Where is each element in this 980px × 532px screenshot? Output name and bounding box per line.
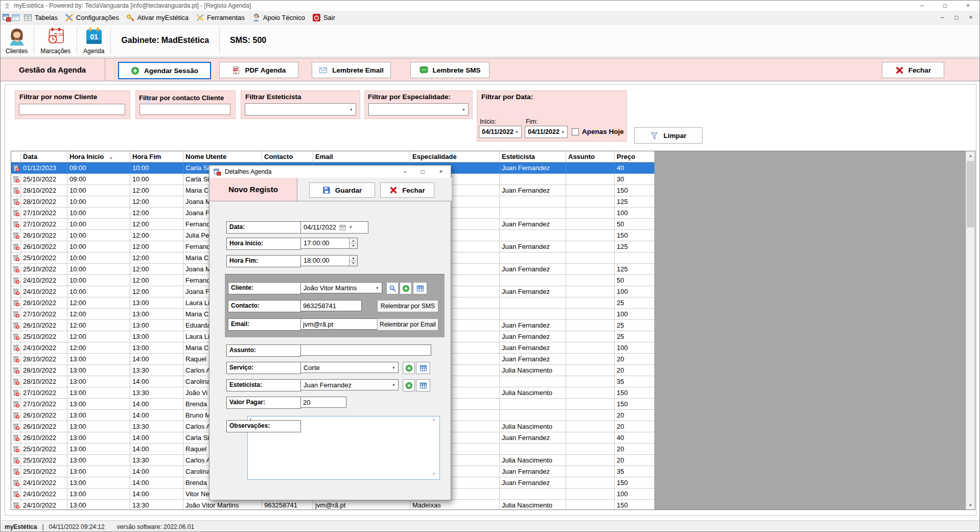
dialog-titlebar[interactable]: Detalhes Agenda – □ × [209,166,451,178]
vertical-scrollbar[interactable]: ▲ ▼ [966,151,975,510]
delete-row-icon[interactable] [11,421,21,432]
menu-item-2[interactable]: Configurações [61,12,123,24]
relembrar-email-button[interactable]: Relembrar por Email [377,318,438,331]
column-header-del[interactable] [11,151,21,163]
delete-row-icon[interactable] [11,489,21,500]
spin-down-icon[interactable]: ▼ [349,261,357,266]
cliente-combo[interactable]: João Vitor Martins ▼ [300,282,382,293]
filter-contacto-input[interactable] [139,104,230,115]
minimize-icon[interactable]: – [911,1,934,11]
delete-row-icon[interactable] [11,252,21,264]
delete-row-icon[interactable] [11,477,21,489]
delete-row-icon[interactable] [11,297,21,309]
delete-row-icon[interactable] [11,264,21,275]
dialog-close-icon[interactable]: × [433,167,449,177]
spin-up-icon[interactable]: ▲ [349,238,357,244]
mdi-close-icon[interactable]: × [964,12,977,23]
hora-fim-spinner[interactable]: 18:00:00 ▲▼ [300,255,358,266]
filter-nome-input[interactable] [19,104,125,115]
delete-row-icon[interactable] [11,444,21,455]
column-header-esteticista[interactable]: Esteticista [500,151,566,163]
column-header-email[interactable]: Email [313,151,410,163]
data-date-picker[interactable]: 04/11/2022 ▼ [300,221,368,234]
delete-row-icon[interactable] [11,387,21,399]
cliente-list-button[interactable] [413,282,427,294]
mdi-restore-icon[interactable]: □ [950,12,963,23]
delete-row-icon[interactable] [11,309,21,320]
textarea-scroll-down-icon[interactable]: ∨ [432,471,436,476]
close-icon[interactable]: × [956,1,979,11]
relembrar-sms-button[interactable]: Relembrar por SMS [377,300,438,312]
marcacoes-button[interactable]: 11 Marcações [35,25,76,56]
servico-list-button[interactable] [416,362,430,374]
contacto-input[interactable] [300,300,362,311]
cliente-search-button[interactable] [386,282,399,294]
pdf-agenda-button[interactable]: PDF PDF Agenda [219,62,298,78]
delete-row-icon[interactable] [11,163,21,174]
data-inicio-combo[interactable]: 04/11/2022 ▼ [479,126,522,138]
delete-row-icon[interactable] [11,399,21,410]
email-input[interactable] [300,318,379,330]
maximize-icon[interactable]: □ [934,1,956,11]
table-row[interactable]: 24/10/202213:0013:30João Vitor Martins96… [11,500,655,510]
delete-row-icon[interactable] [11,455,21,466]
delete-row-icon[interactable] [11,432,21,444]
esteticista-add-button[interactable] [403,379,415,391]
menu-item-5[interactable]: Apoio Técnico [248,12,309,24]
delete-row-icon[interactable] [11,207,21,219]
guardar-button[interactable]: Guardar [309,182,375,198]
clientes-button[interactable]: Clientes [1,25,33,56]
agenda-button[interactable]: 01 Agenda [78,25,109,56]
column-header-hora_inicio[interactable]: Hora Início▲ [67,151,130,163]
delete-row-icon[interactable] [11,376,21,387]
filter-esteticista-combo[interactable]: ▼ [245,103,356,115]
menu-item-1[interactable]: Tabelas [20,12,61,24]
delete-row-icon[interactable] [11,342,21,354]
column-header-assunto[interactable]: Assunto [566,151,615,163]
spin-up-icon[interactable]: ▲ [349,256,357,261]
delete-row-icon[interactable] [11,230,21,241]
lembrete-sms-button[interactable]: Lembrete SMS [410,62,489,78]
delete-row-icon[interactable] [11,466,21,477]
apenas-hoje-checkbox[interactable] [572,128,579,135]
delete-row-icon[interactable] [11,286,21,297]
lembrete-email-button[interactable]: Lembrete Email [312,62,391,78]
esteticista-combo[interactable]: Juan Fernandez ▼ [300,379,399,390]
column-header-contacto[interactable]: Contacto [262,151,313,163]
textarea-scroll-up-icon[interactable]: ∧ [432,417,436,422]
delete-row-icon[interactable] [11,185,21,196]
delete-row-icon[interactable] [11,241,21,252]
column-header-nome[interactable]: Nome Utente [183,151,262,163]
valor-pagar-input[interactable] [300,397,346,408]
dialog-maximize-icon[interactable]: □ [415,167,430,177]
delete-row-icon[interactable] [11,410,21,421]
menu-item-4[interactable]: Ferramentas [192,12,248,24]
spin-down-icon[interactable]: ▼ [349,244,357,249]
menu-item-3[interactable]: Ativar myEstética [123,12,192,24]
dialog-minimize-icon[interactable]: – [398,167,413,177]
scroll-up-icon[interactable]: ▲ [966,151,975,160]
data-fim-combo[interactable]: 04/11/2022 ▼ [525,126,568,138]
delete-row-icon[interactable] [11,275,21,286]
limpar-button[interactable]: Limpar [634,127,703,144]
delete-row-icon[interactable] [11,196,21,207]
delete-row-icon[interactable] [11,174,21,185]
assunto-input[interactable] [300,344,431,356]
servico-add-button[interactable] [403,362,415,374]
fechar-button[interactable]: Fechar [882,62,944,78]
dialog-fechar-button[interactable]: Fechar [380,182,434,198]
window-titlebar[interactable]: myEstética - Powered by: TeclaVanguarda … [1,1,979,11]
column-header-especialidade[interactable]: Especialidade [410,151,500,163]
agendar-sessao-button[interactable]: Agendar Sessão [118,62,211,79]
delete-row-icon[interactable] [11,331,21,342]
column-header-preco[interactable]: Preço [615,151,655,163]
cliente-add-button[interactable] [400,282,412,294]
filter-especialidade-combo[interactable]: ▼ [368,103,469,115]
delete-row-icon[interactable] [11,354,21,365]
delete-row-icon[interactable] [11,219,21,230]
delete-row-icon[interactable] [11,500,21,510]
menu-item-6[interactable]: Sair [309,12,339,24]
esteticista-list-button[interactable] [416,379,430,391]
column-header-hora_fim[interactable]: Hora Fim [130,151,183,163]
delete-row-icon[interactable] [11,320,21,331]
